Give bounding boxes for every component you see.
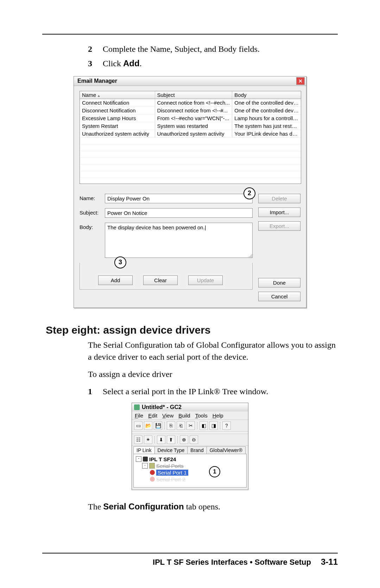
clear-button[interactable]: Clear [143,276,178,285]
new-icon[interactable]: ▭ [134,421,142,430]
menubar: File Edit View Build Tools Help [132,411,248,420]
email-table: Name Subject Body Connect NotificationCo… [80,91,301,184]
menu-build[interactable]: Build [178,413,190,419]
callout-3: 3 [114,256,126,268]
panel-right-icon[interactable]: ◨ [209,421,218,430]
table-cell: Your IPLink device has dete... [232,130,301,137]
menu-view[interactable]: View [162,413,173,419]
tree-root[interactable]: - IPL T SF24 [136,456,244,462]
separator [197,422,197,429]
separator [220,422,220,429]
link-icon[interactable]: ⚭ [144,435,152,444]
table-cell: System was restarted [155,122,233,130]
tab-globalviewer[interactable]: GlobalViewer® [207,446,246,454]
text: . [140,59,142,68]
gc2-window: Untitled* - GC2 File Edit View Build Too… [132,403,248,490]
collapse-icon[interactable]: - [136,456,141,462]
tabrow: IP Link Device Type Brand GlobalViewer® [132,446,248,454]
menu-file[interactable]: File [135,413,143,419]
table-row[interactable]: Excessive Lamp HoursFrom <!--#echo var="… [80,114,301,122]
menu-tools[interactable]: Tools [195,413,208,419]
close-icon[interactable]: ✕ [296,77,305,85]
collapse-icon[interactable]: - [142,463,148,469]
cut-icon[interactable]: ✂ [186,421,195,430]
separator [177,436,178,444]
open-icon[interactable]: 📂 [144,421,152,430]
tree-item-serial-port-1[interactable]: Serial Port 1 [136,470,244,476]
device-icon [143,457,148,462]
body-textarea[interactable] [105,223,253,258]
toolbar-main: ▭ 📂 💾 ⎘ ⎗ ✂ ◧ ◨ ? [132,420,248,432]
help-icon[interactable]: ? [222,421,231,430]
menu-help[interactable]: Help [213,413,223,419]
table-row[interactable]: System RestartSystem was restartedThe sy… [80,122,301,130]
tree-root-label: IPL T SF24 [149,456,176,462]
plus-icon[interactable]: ⊕ [180,435,188,444]
closing-para: The Serial Configuration tab opens. [88,501,338,513]
dialog-title: Email Manager [77,78,117,84]
tree-group[interactable]: - Serial Ports [136,463,244,469]
minus-icon[interactable]: ⊖ [190,435,198,444]
para-description: The Serial Configuration tab of Global C… [88,339,338,364]
text: tab opens. [184,502,220,511]
page-footer: IPL T SF Series Interfaces • Software Se… [42,553,338,567]
table-cell: One of the controlled devices... [232,107,301,114]
table-cell: Connect notice from <!--#ech... [155,99,233,106]
table-cell: Disconnect notice from <!--#... [155,107,233,114]
tab-brand[interactable]: Brand [187,446,207,454]
subject-input[interactable] [105,208,253,218]
table-row[interactable]: Disconnect NotificationDisconnect notice… [80,107,301,114]
table-cell: From <!--#echo var="WCN|"-... [155,114,233,122]
step-number: 1 [88,385,103,398]
table-cell: Lamp hours for a controlled p... [232,114,301,122]
tab-iplink[interactable]: IP Link [133,446,155,454]
panel-left-icon[interactable]: ◧ [200,421,208,430]
table-cell: Excessive Lamp Hours [80,114,155,122]
folder-icon [149,463,155,469]
port-icon [150,477,155,482]
text: The [88,502,103,511]
arrow-down-icon[interactable]: ⬇ [157,435,165,444]
toolbar-tree: ☷ ⚭ ⬇ ⬆ ⊕ ⊖ [132,434,248,446]
table-row[interactable]: Unauthorized system activityUnauthorized… [80,130,301,138]
table-row[interactable]: Connect NotificationConnect notice from … [80,99,301,107]
delete-button[interactable]: Delete [258,194,300,203]
device-icon[interactable]: ☷ [134,435,142,444]
port-icon [150,470,155,475]
step-text: Select a serial port in the IP Link® Tre… [103,385,268,398]
col-header-subject[interactable]: Subject [155,91,233,99]
body-label: Body: [80,223,105,230]
copy-icon[interactable]: ⎘ [167,421,175,430]
arrow-up-icon[interactable]: ⬆ [167,435,175,444]
table-cell: Connect Notification [80,99,155,106]
cancel-button[interactable]: Cancel [258,292,300,301]
top-rule [42,34,338,35]
table-cell: Disconnect Notification [80,107,155,114]
separator [154,436,155,444]
done-button[interactable]: Done [258,278,300,287]
tab-devicetype[interactable]: Device Type [154,446,188,454]
table-cell: The system has just restarted. [232,122,301,130]
gc2-titlebar: Untitled* - GC2 [132,403,248,411]
save-icon[interactable]: 💾 [154,421,162,430]
subject-label: Subject: [80,208,105,216]
callout-1: 1 [209,466,220,477]
update-button[interactable]: Update [188,276,223,285]
col-header-name[interactable]: Name [80,91,155,99]
step-text: Click Add. [103,57,142,70]
export-button[interactable]: Export... [258,221,300,231]
app-icon [134,404,140,410]
serial-config-bold: Serial Configuration [103,502,184,511]
name-input[interactable] [105,194,253,203]
paste-icon[interactable]: ⎗ [177,421,185,430]
tree-item-serial-port-2[interactable]: Serial Port 2 [136,476,244,482]
footer-title: IPL T SF Series Interfaces • Software Se… [153,558,311,567]
table-cell: Unauthorized system activity [80,130,155,137]
menu-edit[interactable]: Edit [148,413,157,419]
add-button[interactable]: Add [98,276,133,285]
tree-item-label: Serial Port 2 [156,476,185,482]
col-header-body[interactable]: Body [232,91,301,99]
para-intro: To assign a device driver [88,368,338,380]
import-button[interactable]: Import... [258,208,300,217]
step-1: 1 Select a serial port in the IP Link® T… [88,385,338,398]
